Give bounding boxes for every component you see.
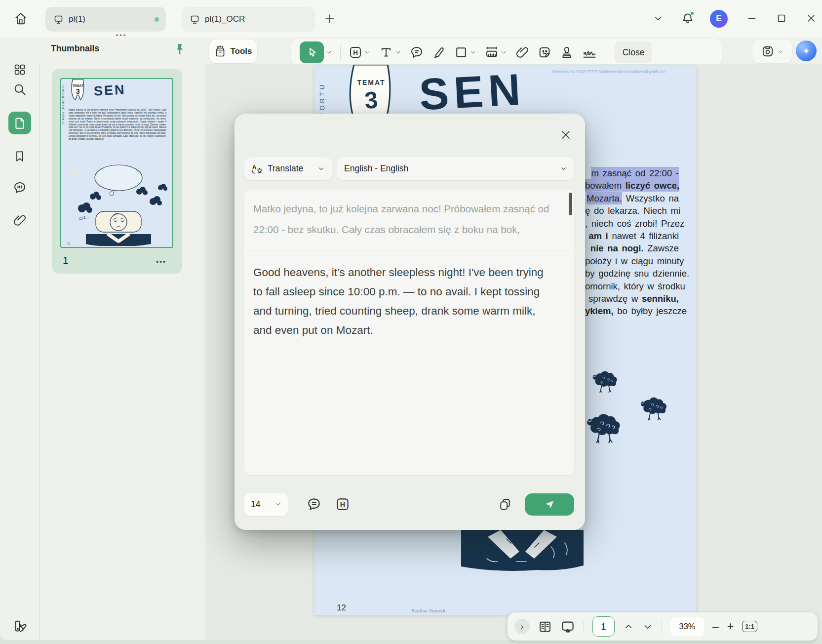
signature-icon [582,45,597,59]
home-button[interactable] [10,9,32,29]
pin-icon [174,43,185,55]
chevron-down-icon [274,501,281,508]
translation-text-area[interactable]: Matko jedyna, to już kolejna zarwana noc… [244,190,574,475]
watermark-text: Generated for #1024 77777 Kodakowa hanna… [552,69,665,74]
ai-assistant-button[interactable]: ✦ [796,40,817,61]
stamp-tool-button[interactable] [557,43,576,61]
sidebar-item-bookmarks[interactable] [8,145,31,167]
sleeping-person-illustration [459,530,586,573]
highlighter-tool-button[interactable] [430,43,448,61]
new-tab-button[interactable] [322,12,338,26]
tooth-banner-icon: TEMAT 3 [68,78,88,102]
close-tools-button[interactable]: Close [615,41,652,63]
thumbnail-menu-button[interactable]: ••• [156,258,166,266]
paperclip-icon [515,45,529,59]
thumbnails-panel: STREFA (DY)KOMFORTU TEMAT 3 SEN Matko je… [40,64,205,640]
source-text[interactable]: Matko jedyna, to już kolejna zarwana noc… [253,199,559,240]
sticker-icon [538,45,551,59]
chevron-down-icon [500,49,507,56]
search-icon [13,82,27,96]
chevron-down-icon [394,49,401,56]
square-icon [454,45,468,59]
sidebar-item-search[interactable] [8,78,31,101]
notifications-button[interactable] [677,8,698,29]
page-title: SEN [418,64,526,121]
minimize-icon [746,13,757,24]
save-button[interactable] [752,40,792,63]
attach-tool-button[interactable] [513,43,532,61]
pdf-text-line: omornik, który w środku [585,280,679,292]
comment-icon [307,497,321,512]
next-page-button[interactable] [642,621,653,632]
thumb-vertical-label: STREFA (DY)KOMFORTU [62,84,65,124]
select-tool-active [300,41,324,63]
page-1-thumbnail[interactable]: STREFA (DY)KOMFORTU TEMAT 3 SEN Matko je… [60,78,173,248]
sidebar-item-themes[interactable] [8,614,31,637]
presentation-icon [560,619,575,634]
svg-text:H: H [340,500,345,508]
page-icon [13,117,26,129]
two-page-view-button[interactable] [538,620,552,634]
avatar[interactable]: E [710,10,728,28]
zoom-in-button[interactable]: + [727,621,734,632]
mode-select[interactable]: A Translate [244,157,332,180]
presentation-mode-button[interactable] [560,619,575,634]
tools-button[interactable]: Tools [209,40,257,63]
collapse-toolbar-button[interactable] [648,8,668,29]
signature-tool-button[interactable] [580,43,599,61]
toolbar-divider [340,45,341,60]
chevron-down-icon [642,621,653,632]
stamp-icon [560,45,574,59]
maximize-button[interactable] [771,8,792,29]
heading-icon: H [335,497,350,512]
annotation-toolbar: H [291,39,722,66]
tab-pl1[interactable]: pl(1) [45,7,166,32]
zoom-out-button[interactable]: – [712,621,719,632]
grid-icon [13,63,26,76]
sticker-tool-button[interactable] [535,43,554,61]
scrollbar-thumb[interactable] [569,193,572,215]
sidebar-item-thumbnails[interactable] [8,112,31,134]
send-button[interactable] [525,493,574,516]
save-icon [761,45,774,58]
tab-pl1-ocr[interactable]: pl(1)_OCR [182,7,315,32]
previous-page-button[interactable] [623,621,634,632]
mode-label: Translate [268,163,313,174]
tab-label: pl(1)_OCR [205,14,245,24]
copy-button[interactable] [498,497,512,511]
send-plane-icon [544,498,555,510]
pin-panel-button[interactable] [172,40,188,57]
apply-heading-button[interactable]: H [335,497,350,512]
comment-tool-button[interactable] [407,43,426,61]
svg-text:A: A [252,163,257,170]
close-window-button[interactable] [801,8,822,29]
text-tool-button[interactable] [377,43,404,61]
heading-tool-button[interactable]: H [346,43,373,61]
maximize-icon [776,13,787,24]
shape-tool-button[interactable] [452,43,479,61]
sidebar-item-comments[interactable] [8,176,31,199]
actual-size-button[interactable]: 1:1 [742,621,757,632]
sidebar-item-attachments[interactable] [8,209,31,232]
thumb-illustration: Zzz... [65,162,170,246]
sidebar [0,64,39,640]
statusbar-divider [662,620,662,633]
measure-tool-button[interactable] [482,43,509,61]
pdf-text-line: ykiem, bo byłby jeszcze [585,305,679,317]
unsaved-dot [155,17,159,22]
language-pair-select[interactable]: English - English [337,157,574,180]
thumb-body-text: Matko jedyna, to już kolejna zarwana noc… [69,109,166,141]
minimize-button[interactable] [742,8,762,29]
font-size-select[interactable]: 14 [244,493,288,516]
thumbnail-card-page-1[interactable]: STREFA (DY)KOMFORTU TEMAT 3 SEN Matko je… [52,69,182,274]
tab-label: pl(1) [69,14,85,24]
expand-statusbar-button[interactable]: › [514,619,530,634]
annotation-comment-button[interactable] [307,497,321,512]
select-tool-button[interactable] [297,40,335,65]
panel-resize-handle[interactable]: ••• [110,32,133,39]
translated-text[interactable]: Good heavens, it's another sleepless nig… [253,263,554,340]
page-number-input[interactable] [592,616,615,637]
close-icon [806,13,817,24]
dialog-close-button[interactable] [557,126,574,143]
zoom-level-value[interactable]: 33% [670,617,704,636]
